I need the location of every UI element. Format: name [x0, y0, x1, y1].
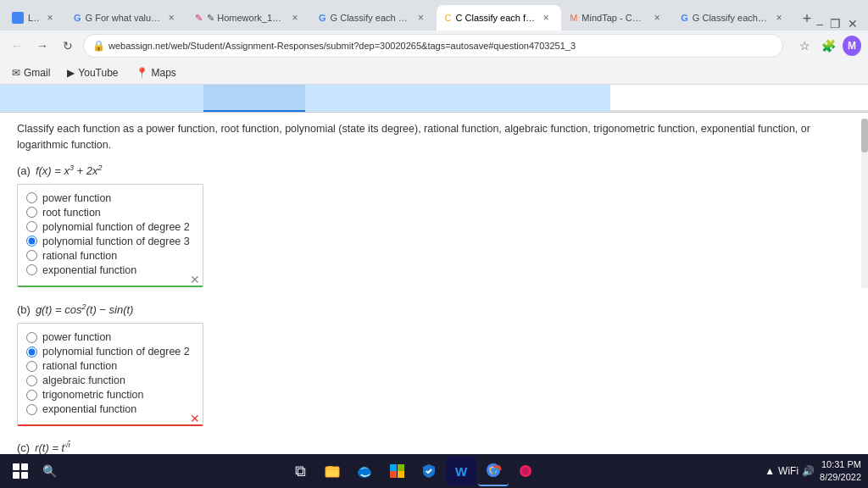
scrollbar[interactable]: [861, 119, 868, 288]
option-b-power[interactable]: power function: [26, 331, 194, 343]
new-tab-button[interactable]: +: [798, 7, 816, 30]
tab-close-2[interactable]: ×: [164, 11, 178, 25]
taskbar-icon-shield[interactable]: [414, 456, 444, 486]
label-a-root[interactable]: root function: [42, 207, 101, 219]
svg-rect-2: [13, 472, 19, 479]
option-b-trig[interactable]: trigonometric function: [26, 389, 194, 401]
nav-tab-1[interactable]: [0, 85, 102, 112]
tab-close-7[interactable]: ×: [772, 11, 786, 25]
forward-button[interactable]: →: [32, 36, 53, 56]
svg-rect-7: [398, 471, 404, 478]
label-b-trig[interactable]: trigonometric function: [42, 389, 144, 401]
radio-a-poly2[interactable]: [26, 221, 37, 232]
start-menu-button[interactable]: [7, 458, 34, 485]
refresh-button[interactable]: ↻: [58, 36, 78, 56]
option-a-rational[interactable]: rational function: [26, 250, 194, 262]
tab-close-3[interactable]: ×: [288, 11, 302, 25]
taskbar-icon-edge[interactable]: [349, 456, 380, 486]
tab-close-1[interactable]: ×: [43, 11, 57, 25]
taskbar-search-button[interactable]: 🔍: [37, 459, 61, 483]
scroll-thumb[interactable]: [861, 119, 868, 152]
profile-icon[interactable]: M: [843, 36, 861, 55]
label-b-exp[interactable]: exponential function: [42, 403, 136, 415]
tab-classify1[interactable]: G G Classify each function... ×: [310, 5, 437, 30]
radio-b-algebraic[interactable]: [26, 375, 37, 386]
nav-tab-2[interactable]: [102, 85, 203, 112]
radio-a-rational[interactable]: [26, 250, 37, 261]
label-b-rational[interactable]: rational function: [42, 360, 117, 372]
radio-b-exp[interactable]: [26, 404, 37, 415]
option-a-root[interactable]: root function: [26, 207, 194, 219]
tab-classify-active[interactable]: C C Classify each function... ×: [437, 5, 562, 30]
label-a-poly2[interactable]: polynomial function of degree 2: [42, 221, 190, 233]
radio-b-poly2[interactable]: [26, 347, 37, 358]
profile-avatar[interactable]: M: [843, 36, 861, 56]
tab-close-5[interactable]: ×: [539, 11, 553, 25]
network-icon[interactable]: ▲: [765, 465, 775, 477]
tab-close-6[interactable]: ×: [650, 11, 664, 25]
window-close[interactable]: ✕: [848, 17, 858, 30]
address-bar[interactable]: 🔒 webassign.net/web/Student/Assignment-R…: [83, 34, 783, 58]
taskbar-icon-chrome[interactable]: [478, 456, 509, 486]
taskbar-icon-store[interactable]: [381, 456, 412, 486]
label-b-power[interactable]: power function: [42, 331, 111, 343]
option-b-algebraic[interactable]: algebraic function: [26, 374, 194, 386]
address-bar-row: ← → ↻ 🔒 webassign.net/web/Student/Assign…: [0, 30, 868, 61]
close-icon-b[interactable]: ✕: [190, 412, 200, 425]
taskbar: 🔍 ⧉: [0, 454, 868, 488]
option-b-exp[interactable]: exponential function: [26, 403, 194, 415]
maps-icon: 📍: [136, 67, 148, 79]
tab-homework[interactable]: ✎ ✎ Homework_1 - Math-... ×: [186, 5, 310, 30]
tab-classify2[interactable]: G G Classify each functio... ×: [672, 5, 794, 30]
nav-tab-3[interactable]: [203, 85, 305, 112]
label-a-rational[interactable]: rational function: [42, 250, 117, 262]
bookmark-star-icon[interactable]: ☆: [795, 36, 814, 55]
question-label-b: (b) g(t) = cos2(t) − sin(t): [17, 302, 851, 316]
volume-icon[interactable]: 🔊: [802, 465, 815, 477]
label-b-algebraic[interactable]: algebraic function: [42, 374, 125, 386]
bookmark-maps[interactable]: 📍 Maps: [131, 65, 181, 80]
taskbar-clock[interactable]: 10:31 PM 8/29/2022: [820, 458, 861, 485]
radio-a-power[interactable]: [26, 192, 37, 203]
bookmark-gmail[interactable]: ✉ Gmail: [7, 65, 55, 80]
radio-b-rational[interactable]: [26, 361, 37, 372]
radio-a-poly3[interactable]: [26, 236, 37, 247]
nav-tab-6[interactable]: [509, 85, 610, 112]
tab-2[interactable]: G G For what value(s) of ... ×: [65, 5, 186, 30]
label-a-power[interactable]: power function: [42, 192, 111, 204]
option-a-poly3[interactable]: polynomial function of degree 3: [26, 236, 194, 247]
taskbar-icon-explorer[interactable]: [317, 456, 348, 486]
svg-rect-9: [398, 464, 404, 471]
radio-b-power[interactable]: [26, 332, 37, 343]
label-a-exp[interactable]: exponential function: [42, 264, 136, 276]
label-a-poly3[interactable]: polynomial function of degree 3: [42, 236, 190, 247]
label-b-poly2[interactable]: polynomial function of degree 2: [42, 346, 190, 358]
nav-tab-5[interactable]: [407, 85, 509, 112]
option-a-poly2[interactable]: polynomial function of degree 2: [26, 221, 194, 233]
wifi-icon[interactable]: WiFi: [778, 465, 798, 477]
taskbar-system-tray: ▲ WiFi 🔊 10:31 PM 8/29/2022: [765, 458, 861, 485]
nav-tab-4[interactable]: [305, 85, 407, 112]
taskbar-icon-word[interactable]: W: [446, 456, 476, 486]
radio-a-exp[interactable]: [26, 264, 37, 275]
close-icon-a[interactable]: ✕: [190, 273, 200, 286]
taskbar-icon-misc[interactable]: [510, 456, 541, 486]
option-a-power[interactable]: power function: [26, 192, 194, 204]
back-button[interactable]: ←: [7, 36, 27, 56]
question-label-a: (a) f(x) = x3 + 2x2: [17, 164, 851, 177]
extensions-icon[interactable]: 🧩: [819, 36, 837, 55]
option-b-rational[interactable]: rational function: [26, 360, 194, 372]
taskbar-icon-taskview[interactable]: ⧉: [285, 456, 315, 486]
bookmark-youtube[interactable]: ▶ YouTube: [62, 65, 123, 80]
option-a-exp[interactable]: exponential function: [26, 264, 194, 276]
radio-a-root[interactable]: [26, 207, 37, 218]
option-b-poly2[interactable]: polynomial function of degree 2: [26, 346, 194, 358]
window-maximize[interactable]: ❐: [830, 17, 841, 30]
window-minimize[interactable]: –: [816, 17, 823, 30]
question-block-a: (a) f(x) = x3 + 2x2 power function root …: [17, 164, 851, 287]
tab-mindtap[interactable]: M MindTap - Cengage... ×: [561, 5, 672, 30]
tab-login[interactable]: Login ×: [3, 5, 65, 30]
radio-b-trig[interactable]: [26, 390, 37, 401]
tab-close-4[interactable]: ×: [415, 11, 428, 25]
taskbar-icons: ⧉: [64, 456, 761, 486]
